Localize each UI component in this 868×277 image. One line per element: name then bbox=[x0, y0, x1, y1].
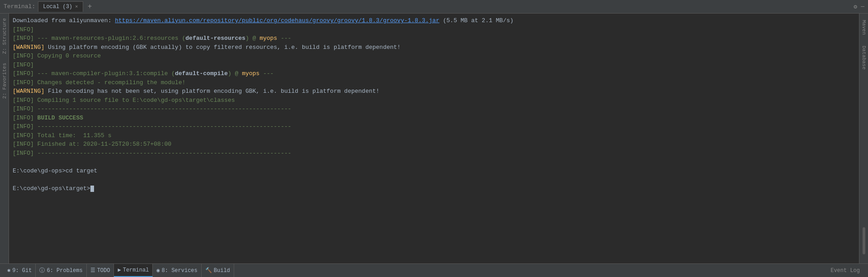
services-icon: ◉ bbox=[156, 267, 160, 274]
status-terminal-label: Terminal bbox=[123, 267, 149, 273]
terminal-line: [INFO] ---------------------------------… bbox=[13, 122, 855, 131]
status-build-label: Build bbox=[214, 267, 230, 274]
tab-label: Local (3) bbox=[43, 4, 72, 10]
status-build[interactable]: 🔨 Build bbox=[202, 264, 234, 277]
tab-add-icon[interactable]: + bbox=[86, 3, 94, 11]
title-bar-icons: ⚙ — bbox=[854, 3, 864, 10]
terminal-area[interactable]: Downloaded from aliyunmaven: https://mav… bbox=[9, 14, 859, 263]
minimize-icon[interactable]: — bbox=[861, 3, 864, 10]
status-services-label: 8: Services bbox=[162, 267, 198, 274]
terminal-tab[interactable]: Local (3) × bbox=[38, 1, 83, 12]
status-problems-label: 6: Problems bbox=[47, 267, 82, 274]
terminal-line: [INFO] bbox=[13, 25, 855, 34]
status-todo-label: TODO bbox=[97, 267, 110, 274]
status-bar: ✱ 9: Git ⓘ 6: Problems ☰ TODO ▶ Terminal… bbox=[0, 263, 868, 277]
terminal-line bbox=[13, 175, 855, 184]
terminal-line: [INFO] BUILD SUCCESS bbox=[13, 114, 855, 123]
scrollbar-thumb[interactable] bbox=[863, 227, 865, 254]
scrollbar-area[interactable] bbox=[862, 76, 866, 263]
right-sidebar: Maven Database bbox=[859, 14, 868, 263]
scrollbar-track bbox=[863, 76, 865, 263]
terminal-line bbox=[13, 158, 855, 167]
status-terminal[interactable]: ▶ Terminal bbox=[114, 264, 153, 277]
status-services[interactable]: ◉ 8: Services bbox=[153, 264, 201, 277]
cursor bbox=[90, 186, 94, 192]
terminal-line: [INFO] ---------------------------------… bbox=[13, 149, 855, 158]
tab-close-icon[interactable]: × bbox=[75, 4, 78, 10]
status-todo[interactable]: ☰ TODO bbox=[87, 264, 114, 277]
left-sidebar: Z: Structure 2: Favorites bbox=[0, 14, 9, 263]
terminal-line: [INFO] Compiling 1 source file to E:\cod… bbox=[13, 96, 855, 105]
terminal-prompt-line: E:\code\gd-ops\target> bbox=[13, 184, 855, 193]
terminal-line: [INFO] bbox=[13, 61, 855, 70]
problems-icon: ⓘ bbox=[39, 267, 45, 274]
terminal-line: [INFO] Total time: 11.355 s bbox=[13, 131, 855, 140]
terminal-line: [WARNING] Using platform encoding (GBK a… bbox=[13, 43, 855, 52]
terminal-label: Terminal: bbox=[4, 3, 35, 10]
status-git-label: 9: Git bbox=[12, 267, 32, 274]
settings-icon[interactable]: ⚙ bbox=[854, 3, 857, 10]
download-link[interactable]: https://maven.aliyun.com/repository/publ… bbox=[115, 17, 439, 24]
terminal-icon: ▶ bbox=[118, 267, 121, 273]
main-layout: Z: Structure 2: Favorites Downloaded fro… bbox=[0, 14, 868, 263]
event-log-label: Event Log bbox=[830, 267, 860, 274]
terminal-line: [INFO] Changes detected - recompiling th… bbox=[13, 78, 855, 87]
terminal-line: [INFO] Copying 0 resource bbox=[13, 52, 855, 61]
git-icon: ✱ bbox=[7, 267, 10, 274]
build-icon: 🔨 bbox=[205, 267, 212, 274]
sidebar-tab-database[interactable]: Database bbox=[860, 41, 868, 74]
sidebar-tab-structure[interactable]: Z: Structure bbox=[1, 14, 8, 58]
terminal-command-line: E:\code\gd-ops>cd target bbox=[13, 167, 855, 176]
terminal-line: [INFO] Finished at: 2020-11-25T20:58:57+… bbox=[13, 140, 855, 149]
sidebar-tab-maven[interactable]: Maven bbox=[860, 15, 868, 39]
terminal-line: [INFO] --- maven-resources-plugin:2.6:re… bbox=[13, 34, 855, 43]
terminal-line: [INFO] ---------------------------------… bbox=[13, 105, 855, 114]
title-bar: Terminal: Local (3) × + ⚙ — bbox=[0, 0, 868, 14]
status-problems[interactable]: ⓘ 6: Problems bbox=[36, 264, 86, 277]
sidebar-tab-favorites[interactable]: 2: Favorites bbox=[1, 58, 8, 103]
event-log[interactable]: Event Log bbox=[826, 267, 864, 274]
terminal-line: Downloaded from aliyunmaven: https://mav… bbox=[13, 16, 855, 25]
todo-icon: ☰ bbox=[90, 267, 95, 274]
terminal-line: [WARNING] File encoding has not been set… bbox=[13, 87, 855, 96]
status-git[interactable]: ✱ 9: Git bbox=[4, 264, 36, 277]
terminal-line: [INFO] --- maven-compiler-plugin:3.1:com… bbox=[13, 69, 855, 78]
